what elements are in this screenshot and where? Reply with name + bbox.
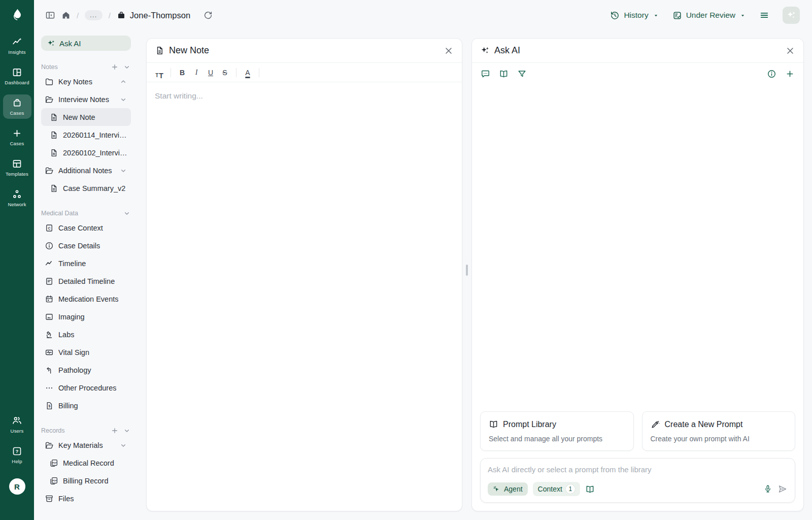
history-dropdown[interactable]: History — [610, 11, 659, 20]
sidebar-item-additional-notes[interactable]: Additional Notes — [41, 161, 131, 179]
breadcrumb-ellipsis[interactable]: ... — [85, 10, 103, 20]
text-color-button[interactable]: A — [241, 66, 254, 79]
rail-item-dashboard[interactable]: Dashboard — [3, 64, 31, 88]
sidebar-item-detailed-timeline[interactable]: Detailed Timeline — [41, 272, 131, 290]
note-info-button[interactable] — [414, 66, 427, 79]
sidebar-item-medication-events[interactable]: Medication Events — [41, 290, 131, 308]
context-pill[interactable]: Context 1 — [533, 482, 580, 496]
billing-document-icon: $ — [45, 401, 54, 410]
undo-button[interactable] — [264, 66, 277, 79]
rail-item-new-case[interactable]: Cases — [3, 125, 31, 149]
sidebar-item-key-materials[interactable]: Key Materials — [41, 436, 131, 454]
sidebar-item-files[interactable]: Files — [41, 490, 131, 507]
sidebar-item-medical-record[interactable]: Medical Record — [41, 454, 131, 472]
create-prompt-card[interactable]: Create a New Prompt Create your own prom… — [642, 411, 796, 451]
sidebar-item-pathology[interactable]: Pathology — [41, 361, 131, 379]
save-note-button[interactable] — [428, 66, 442, 79]
ask-ai-input-actions: Agent Context 1 — [488, 482, 788, 496]
rail-item-users[interactable]: Users — [3, 412, 31, 437]
sidebar-item-new-note[interactable]: New Note — [41, 108, 131, 126]
app-logo-droplet-icon[interactable] — [10, 7, 25, 22]
add-note-button[interactable] — [111, 63, 119, 71]
ellipsis-icon — [445, 69, 453, 77]
microphone-button[interactable] — [763, 484, 772, 494]
send-button[interactable] — [777, 484, 788, 494]
toolbar-divider — [236, 68, 236, 77]
italic-button[interactable]: I — [190, 66, 203, 79]
rail-item-network[interactable]: Network — [3, 186, 31, 210]
ask-ai-info-button[interactable] — [767, 69, 776, 79]
user-avatar[interactable]: R — [9, 478, 25, 495]
app-rail: Insights Dashboard Cases Cases Templates… — [0, 0, 34, 520]
sidebar-collapse-button[interactable] — [45, 10, 55, 20]
toolbar-divider — [259, 68, 259, 77]
new-chat-button[interactable] — [785, 69, 795, 79]
sidebar-item-vital-sign[interactable]: Vital Sign — [41, 343, 131, 361]
ask-ai-toggle-button[interactable] — [783, 7, 800, 24]
sidebar-item-billing-record[interactable]: Billing Record — [41, 472, 131, 490]
text-size-button[interactable]: TT — [153, 66, 166, 79]
save-icon — [431, 69, 439, 77]
sidebar-item-timeline[interactable]: Timeline — [41, 254, 131, 272]
chat-history-button[interactable] — [481, 69, 490, 79]
status-dropdown[interactable]: Under Review — [672, 11, 746, 20]
chevron-down-icon[interactable] — [119, 441, 127, 449]
bold-button[interactable]: B — [176, 66, 189, 79]
filter-button[interactable] — [517, 69, 527, 79]
rail-item-templates[interactable]: Templates — [3, 155, 31, 180]
sidebar-item-case-details[interactable]: Case Details — [41, 237, 131, 254]
sidebar-item-key-notes[interactable]: Key Notes — [41, 73, 131, 90]
panel-resize-handle[interactable] — [466, 265, 468, 276]
sidebar-item-interview-file-2[interactable]: 20260102_Interview... — [41, 144, 131, 161]
chevron-down-icon[interactable] — [119, 95, 127, 104]
rail-item-label: Templates — [6, 171, 28, 177]
chevron-down-icon[interactable] — [119, 167, 127, 175]
sidebar-item-billing[interactable]: $ Billing — [41, 397, 131, 414]
sidebar-item-imaging[interactable]: Imaging — [41, 308, 131, 326]
editor-content-area[interactable]: Start writing... — [147, 82, 462, 511]
sidebar-item-labs[interactable]: Labs — [41, 326, 131, 343]
ask-ai-label: Ask AI — [59, 39, 81, 48]
context-label: Context — [538, 485, 562, 493]
breadcrumb-case[interactable]: Jone-Thompson — [117, 11, 190, 20]
wand-icon — [651, 419, 660, 429]
collapse-notes-button[interactable] — [123, 63, 131, 71]
trend-line-icon — [45, 259, 54, 268]
sidebar-item-other-procedures[interactable]: Other Procedures — [41, 379, 131, 397]
chevron-up-icon[interactable] — [119, 78, 127, 86]
strikethrough-button[interactable]: S — [218, 66, 231, 79]
sidebar-item-interview-notes[interactable]: Interview Notes — [41, 90, 131, 108]
history-icon — [610, 11, 620, 20]
rail-item-label: Dashboard — [5, 80, 29, 85]
ask-ai-button[interactable]: Ask AI — [41, 36, 131, 51]
rail-item-label: Cases — [10, 110, 24, 116]
prompt-library-button[interactable] — [499, 69, 509, 79]
home-button[interactable] — [61, 11, 71, 20]
help-icon: ? — [12, 446, 22, 457]
sidebar-item-case-context[interactable]: C Case Context — [41, 219, 131, 237]
rail-item-cases[interactable]: Cases — [3, 94, 31, 119]
collapse-medical-button[interactable] — [123, 209, 131, 217]
pdf-file-icon — [49, 459, 58, 468]
sidebar-item-interview-file-1[interactable]: 20260114_Interview... — [41, 126, 131, 144]
close-editor-button[interactable] — [444, 46, 454, 56]
ask-ai-input[interactable] — [488, 465, 788, 474]
attach-library-button[interactable] — [585, 484, 595, 494]
refresh-button[interactable] — [204, 11, 213, 20]
rail-item-help[interactable]: ? Help — [3, 443, 31, 467]
prompt-library-card[interactable]: Prompt Library Select and manage all you… — [480, 411, 634, 451]
ask-ai-input-box[interactable]: Agent Context 1 — [480, 458, 795, 503]
agent-toggle-pill[interactable]: Agent — [488, 482, 528, 496]
redo-button[interactable] — [278, 66, 291, 79]
sidebar-item-case-summary[interactable]: Case Summary_v2 — [41, 179, 131, 197]
menu-button[interactable] — [759, 10, 769, 20]
funnel-icon — [517, 69, 527, 79]
more-options-button[interactable] — [443, 66, 456, 79]
section-records: Records — [41, 425, 131, 436]
underline-button[interactable]: U — [204, 66, 217, 79]
info-icon — [417, 69, 425, 77]
add-record-button[interactable] — [111, 427, 119, 435]
rail-item-insights[interactable]: Insights — [3, 34, 31, 58]
collapse-records-button[interactable] — [123, 427, 131, 435]
close-ask-ai-button[interactable] — [785, 46, 795, 56]
